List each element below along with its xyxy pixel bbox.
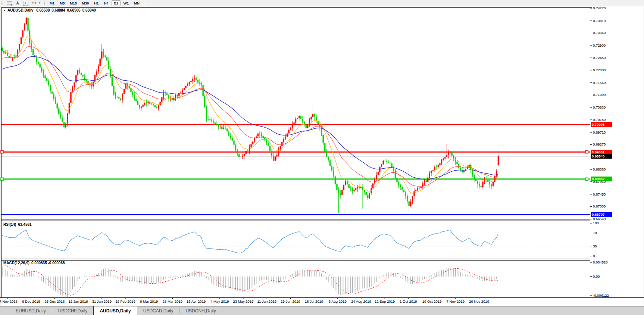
timeframe-m5-button[interactable]: M5 xyxy=(57,0,67,6)
chart-title: ▼AUDUSD,Daily 0.685080.688840.685060.688… xyxy=(3,8,96,12)
timeframe-w1-button[interactable]: W1 xyxy=(121,0,131,6)
low-value: 0.68506 xyxy=(67,8,81,12)
tab-eurusd[interactable]: EURUSD,Daily xyxy=(10,306,52,315)
support-price-badge: 0.68007 xyxy=(591,177,612,181)
toolbar: F A T ✦✧ ▼ M1 M5 M15 M30 H1 H4 D1 W1 MN xyxy=(0,0,644,6)
label-icon-box: T xyxy=(23,1,28,6)
support-price-badge-2: 0.66707 xyxy=(591,212,612,217)
macd-values: 0.000835 -0.000068 xyxy=(31,261,65,265)
timeframe-m30-button[interactable]: M30 xyxy=(80,0,91,6)
tab-usdcad[interactable]: USDCAD,Daily xyxy=(137,306,179,315)
high-value: 0.68884 xyxy=(51,8,65,12)
text-icon[interactable]: A xyxy=(14,1,21,6)
dropdown-caret-icon[interactable]: ▼ xyxy=(38,2,41,4)
metatrader-window: F A T ✦✧ ▼ M1 M5 M15 M30 H1 H4 D1 W1 MN … xyxy=(0,0,644,315)
symbol-label: AUDUSD,Daily xyxy=(7,8,33,12)
chart-tab-bar: EURUSD,Daily USDCHF,Daily AUDUSD,Daily U… xyxy=(0,306,644,315)
timeframe-h1-button[interactable]: H1 xyxy=(92,0,101,6)
close-value: 0.68840 xyxy=(82,8,96,12)
resistance-price-badge: 0.70003 xyxy=(591,122,612,127)
rsi-title: RSI(14)63.4561 xyxy=(3,222,32,227)
timeframe-m15-button[interactable]: M15 xyxy=(68,0,79,6)
label-icon[interactable]: T xyxy=(22,1,29,6)
toolbar-separator xyxy=(145,1,145,5)
collapse-arrow-icon[interactable]: ▼ xyxy=(3,9,6,12)
timeframe-m1-button[interactable]: M1 xyxy=(47,0,57,6)
timeframe-mn-button[interactable]: MN xyxy=(132,0,142,6)
tab-usdcnh[interactable]: USDCNH,Daily xyxy=(179,306,222,315)
toolbar-grip[interactable] xyxy=(1,1,3,5)
arrows-icon[interactable]: ✦✧ xyxy=(31,1,37,6)
chart-canvas[interactable] xyxy=(0,0,644,315)
tab-separator xyxy=(222,308,222,314)
open-value: 0.68508 xyxy=(36,8,50,12)
macd-label: MACD(12,26,9) xyxy=(3,261,29,265)
macd-title: MACD(12,26,9)0.000835 -0.000068 xyxy=(3,261,65,265)
toolbar-grip-2[interactable] xyxy=(43,1,45,5)
fibonacci-icon[interactable]: F xyxy=(6,1,13,6)
tab-usdchf[interactable]: USDCHF,Daily xyxy=(52,306,94,315)
timeframe-d1-button[interactable]: D1 xyxy=(112,0,121,6)
rsi-label: RSI(14) xyxy=(3,222,16,227)
timeframe-h4-button[interactable]: H4 xyxy=(101,0,110,6)
last-price-badge: 0.68840 xyxy=(591,154,612,159)
rsi-value: 63.4561 xyxy=(18,222,31,227)
tab-audusd[interactable]: AUDUSD,Daily xyxy=(93,306,137,315)
